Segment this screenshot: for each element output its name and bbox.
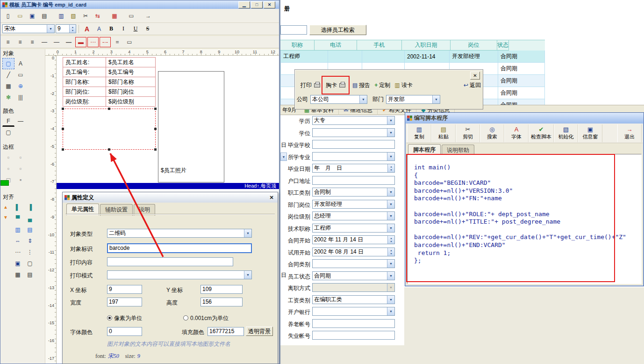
font-color-tool[interactable]: F <box>2 116 14 127</box>
new-icon[interactable]: ▯ <box>2 11 14 21</box>
image-tool[interactable]: ✻ <box>2 92 14 103</box>
print-button[interactable]: 打印 <box>298 80 323 91</box>
dept-position-select[interactable]: 开发部经理 <box>312 200 395 209</box>
tech-title-select[interactable]: 工程师 <box>312 224 395 233</box>
same-height-icon[interactable]: ⇕ <box>24 235 36 247</box>
close-button[interactable]: ✕ <box>264 1 275 8</box>
unit-pixel-radio[interactable]: 像素为单位 <box>107 314 142 322</box>
table-header-cell[interactable]: 入职日期 <box>402 40 451 51</box>
cut-icon[interactable]: ✂ <box>80 11 91 21</box>
same-width-icon[interactable]: ⇔ <box>12 235 24 247</box>
graduation-date-field[interactable]: 年 月 日 <box>312 164 395 173</box>
info-window-button[interactable]: ▣ 信息窗 <box>578 124 602 142</box>
template-field-row[interactable]: 员工姓名: $员工姓名 <box>63 58 156 67</box>
copy-button[interactable]: ▥ 复制 <box>407 124 431 142</box>
y-input[interactable]: 109 <box>200 285 243 294</box>
search-button[interactable]: ◎ 搜索 <box>480 124 504 142</box>
education-select[interactable]: 大专 <box>312 116 395 125</box>
select-tool[interactable]: ▢ <box>2 58 14 69</box>
page-header-band[interactable]: Head↑,每页顶 <box>57 183 279 189</box>
select-employee-search-button[interactable]: 选择员工检索 <box>309 25 366 35</box>
photo-placeholder-region[interactable]: $员工照片 <box>158 71 224 182</box>
barcode-tool[interactable]: ||| <box>14 92 27 103</box>
color-swatch-green[interactable] <box>0 180 9 186</box>
script-code-editor[interactable]: int main(){barcode="BEGIN:VCARD"barcode+… <box>407 154 642 284</box>
restore-button[interactable]: □ <box>251 1 263 8</box>
init-button[interactable]: ▧ 初始化 <box>554 124 578 142</box>
align-text-left-icon[interactable]: ≡ <box>2 37 14 47</box>
selected-barcode-region[interactable] <box>63 109 156 150</box>
fill-color-tool[interactable]: ▢ <box>2 127 14 138</box>
close-icon[interactable]: ✕ <box>267 194 276 201</box>
pension-account-input[interactable] <box>312 319 395 328</box>
dialog-title-bar[interactable]: 属性定义 ✕ <box>63 192 278 203</box>
contract-type-select[interactable] <box>312 259 395 268</box>
line-thin-icon[interactable]: — <box>51 37 62 47</box>
object-type-select[interactable]: 二维码 <box>107 229 252 238</box>
center-horizontal-icon[interactable]: ▥ <box>12 224 24 235</box>
template-field-row[interactable]: 员工编号: $员工编号 <box>63 67 156 77</box>
unit-cm-radio[interactable]: 0.001cm为单位 <box>183 314 229 322</box>
image-icon[interactable]: ▦ <box>109 11 120 21</box>
underline-icon[interactable]: U <box>130 24 141 34</box>
check-script-button[interactable]: ✔ 检查脚本 <box>529 124 554 142</box>
paste-button[interactable]: ▤ 粘贴 <box>431 124 456 142</box>
address-input[interactable] <box>312 176 395 185</box>
print-preview-icon[interactable]: ▤ <box>39 11 50 21</box>
text-tool[interactable]: A <box>14 58 27 69</box>
border-right-icon[interactable]: ▫ <box>14 163 27 174</box>
align-right-icon[interactable]: ▐ <box>24 202 36 213</box>
fill-color-input[interactable]: 16777215 <box>208 327 244 336</box>
border-left-icon[interactable]: ▫ <box>2 163 14 174</box>
strike-icon[interactable]: S <box>142 24 153 34</box>
align-text-right-icon[interactable]: ≡ <box>27 37 38 47</box>
height-input[interactable]: 156 <box>200 298 243 306</box>
position-level-select[interactable]: 总经理 <box>312 211 395 220</box>
exit-button[interactable]: → 退出 <box>617 124 642 142</box>
employee-search-input[interactable] <box>280 25 307 35</box>
rect-tool[interactable]: ▭ <box>14 69 27 80</box>
export-icon[interactable]: → <box>143 11 154 21</box>
report-button[interactable]: ▤ 报告 <box>352 80 370 91</box>
distribute-icon[interactable]: ⇆ <box>92 11 103 21</box>
close-button[interactable]: ✕ <box>470 72 480 80</box>
border-thick-icon[interactable]: ▪ <box>14 174 27 185</box>
line-color-tool[interactable]: — <box>14 116 27 127</box>
transparent-background-button[interactable]: 透明背景 <box>246 327 273 336</box>
company-select[interactable]: 本公司 <box>310 95 367 104</box>
resignation-method-select[interactable] <box>312 283 395 292</box>
save-icon[interactable]: ▣ <box>27 11 38 21</box>
paste-icon[interactable]: ▧ <box>68 11 79 21</box>
font-size-stepper[interactable]: 9 <box>56 24 76 33</box>
table-header-cell[interactable]: 电话 <box>315 40 357 51</box>
font-color-input[interactable]: 0 <box>107 327 142 336</box>
line-hair-icon[interactable]: — <box>39 37 50 47</box>
object-id-input[interactable]: barcode <box>107 243 252 253</box>
copy-icon[interactable]: ▥ <box>56 11 67 21</box>
contract-start-date[interactable]: 2002 年 11 月 14 日 <box>312 235 395 244</box>
align-left-icon[interactable]: ▌ <box>12 202 24 213</box>
font-color-icon[interactable]: A <box>81 24 93 34</box>
center-vertical-icon[interactable]: ▤ <box>24 224 36 235</box>
table-grid-icon[interactable]: ▤ <box>24 269 36 280</box>
customize-button[interactable]: + 定制 <box>374 80 390 91</box>
bank-select[interactable] <box>312 307 395 316</box>
department-select[interactable]: 开发部 <box>386 95 440 104</box>
align-bottom-icon[interactable]: ▄ <box>24 213 36 224</box>
border-none-icon[interactable]: ▫ <box>2 152 14 163</box>
employee-status-select[interactable]: 合同期 <box>312 271 395 280</box>
move-up-icon[interactable]: ▲ <box>1 202 10 212</box>
designer-title-bar[interactable]: 模板 员工胸卡 编号 emp_id_card ▁□✕ <box>0 0 279 9</box>
font-size-icon[interactable]: A <box>93 24 105 34</box>
degree-select[interactable] <box>312 128 395 137</box>
table-header-cell[interactable]: 手机 <box>357 40 402 51</box>
major-select[interactable] <box>312 152 395 161</box>
line-dashdot-icon[interactable]: -·- <box>100 37 111 47</box>
table-header-cell[interactable]: 岗位 <box>451 40 497 51</box>
employee-category-select[interactable]: 合同制 <box>312 188 395 197</box>
line-double-icon[interactable]: = <box>112 37 123 47</box>
line-thick-icon[interactable]: ▬ <box>75 37 86 47</box>
table-header-cell[interactable]: 状态 <box>497 40 509 51</box>
same-size-icon[interactable]: ▣ <box>12 258 24 269</box>
space-horizontal-icon[interactable]: ⋯ <box>12 247 24 258</box>
